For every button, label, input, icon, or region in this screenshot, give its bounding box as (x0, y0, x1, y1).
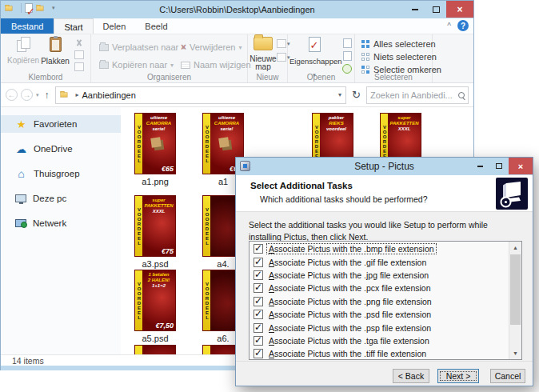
scrollbar[interactable]: ▲ ▼ (509, 242, 521, 359)
select-all-button[interactable]: Alles selecteren (361, 39, 436, 49)
checkbox-checked[interactable] (254, 310, 263, 319)
open-icon[interactable] (343, 38, 352, 48)
rename-icon (181, 62, 190, 69)
checkbox-checked[interactable] (254, 270, 263, 280)
cancel-button[interactable]: Cancel (490, 369, 525, 383)
file-name[interactable]: a5.psd (127, 334, 183, 343)
edit-icon[interactable] (343, 51, 352, 61)
task-row[interactable]: Associate Pictus with the .pcx file exte… (250, 282, 508, 294)
checkbox-checked[interactable] (254, 283, 263, 293)
paste-shortcut-icon[interactable] (74, 62, 84, 71)
checkbox-checked[interactable] (254, 244, 263, 254)
breadcrumb-folder-name[interactable]: Aanbiedingen (82, 90, 136, 100)
voordeel-strip: VOORDEEL (135, 270, 142, 330)
task-row[interactable]: Associate Pictus with the .psp file exte… (250, 321, 508, 334)
box-art (218, 137, 230, 148)
item-count: 14 items (12, 356, 44, 366)
task-row[interactable]: Associate Pictus with the .tiff file ext… (250, 347, 508, 360)
breadcrumb-arrow-icon[interactable]: ▸ (76, 91, 79, 98)
select-none-button[interactable]: Niets selecteren (361, 52, 437, 62)
dialog-minimize-button[interactable] (470, 158, 489, 174)
up-button[interactable]: ↑ (42, 90, 52, 101)
file-name[interactable]: a3.psd (127, 259, 183, 269)
paste-button[interactable]: Plakken (39, 37, 71, 66)
dialog-header: Select Additional Tasks Which additional… (236, 175, 533, 212)
task-row[interactable]: Associate Pictus with the .bmp file exte… (250, 242, 508, 255)
close-button[interactable]: × (446, 1, 473, 18)
sidebar-item-netwerk[interactable]: Netwerk (1, 214, 121, 232)
group-label: Klembord (1, 73, 90, 82)
minimize-button[interactable] (405, 1, 425, 18)
window-title: C:\Users\Robbin\Desktop\Aanbiedingen (1, 5, 473, 14)
help-icon[interactable]: ? (457, 20, 469, 31)
explorer-titlebar[interactable]: ▾ C:\Users\Robbin\Desktop\Aanbiedingen × (1, 1, 473, 18)
move-to-button[interactable]: Verplaatsen naar ▾ (99, 42, 185, 52)
file-thumbnail[interactable]: VOORDEEL ultiemeCAMORRAserie!€65 (135, 114, 175, 174)
back-button[interactable]: ← (6, 89, 18, 101)
easy-access-icon[interactable] (277, 53, 286, 62)
search-box[interactable] (366, 86, 469, 104)
task-row[interactable]: Associate Pictus with the .gif file exte… (250, 255, 508, 268)
task-row[interactable]: Associate Pictus with the .tga file exte… (250, 334, 508, 347)
voordeel-strip: VOORDEEL (203, 196, 210, 256)
search-icon[interactable] (458, 92, 465, 98)
address-dropdown-icon[interactable]: ▾ (338, 91, 341, 98)
copy-to-icon (99, 62, 109, 69)
tab-delen[interactable]: Delen (94, 18, 136, 34)
sidebar-item-thuisgroep[interactable]: ⌂ Thuisgroep (1, 165, 121, 182)
cut-icon[interactable] (74, 38, 84, 47)
file-thumbnail[interactable]: VOORDEEL superPAKKETTENXXXL€75 (135, 196, 175, 256)
next-button[interactable]: Next > (437, 369, 479, 383)
breadcrumb[interactable]: ▸ Aanbiedingen ▾ (55, 86, 347, 104)
scroll-down-icon[interactable]: ▼ (509, 347, 521, 359)
checkbox-checked[interactable] (254, 336, 263, 346)
dialog-titlebar[interactable]: Setup - Pictus × (236, 158, 533, 175)
task-row[interactable]: Associate Pictus with the .jpg file exte… (250, 269, 508, 282)
sidebar-item-onedrive[interactable]: ☁ OneDrive (1, 140, 121, 158)
task-row[interactable]: Associate Pictus with the .png file exte… (250, 295, 508, 308)
new-folder-button[interactable]: Nieuwe map (249, 37, 277, 71)
delete-button[interactable]: × Verwijderen ▾ (181, 42, 242, 52)
copy-to-button[interactable]: Kopiëren naar ▾ (99, 60, 174, 70)
sidebar-item-favorieten[interactable]: ★ Favorieten (1, 115, 121, 133)
tasks-listbox[interactable]: Associate Pictus with the .bmp file exte… (249, 241, 522, 360)
maximize-button[interactable] (425, 1, 446, 18)
file-thumbnail[interactable]: VOORDEEL 1 betalen2 HALEN!1+1=2€7,50 (135, 270, 175, 330)
dialog-close-button[interactable]: × (509, 158, 533, 174)
voordeel-strip: VOORDEEL (203, 270, 210, 330)
tab-bestand[interactable]: Bestand (1, 18, 54, 34)
properties-icon (309, 37, 321, 52)
back-button[interactable]: < Back (393, 369, 429, 383)
group-label: Organiseren (91, 73, 247, 82)
sidebar-item-deze-pc[interactable]: Deze pc (1, 190, 121, 207)
checkbox-checked[interactable] (254, 323, 263, 333)
network-icon (15, 219, 26, 227)
copy-path-icon[interactable] (74, 50, 84, 59)
checkbox-checked[interactable] (254, 258, 263, 267)
recent-pages-icon[interactable]: ▾ (36, 92, 39, 98)
rename-button[interactable]: Naam wijzigen (181, 60, 251, 70)
cloud-icon: ☁ (15, 144, 27, 154)
checkbox-checked[interactable] (254, 297, 263, 306)
file-thumbnail[interactable]: VOORDEEL (135, 346, 175, 354)
ribbon-collapse-icon[interactable]: ^ (447, 22, 451, 30)
dialog-footer: < Back Next > Cancel (236, 361, 533, 386)
minimize-icon (477, 166, 483, 167)
tab-beeld[interactable]: Beeld (135, 18, 177, 34)
task-row[interactable]: Associate Pictus with the .psd file exte… (250, 308, 508, 321)
new-item-icon[interactable] (277, 39, 286, 48)
tab-start[interactable]: Start (54, 18, 93, 34)
scroll-up-icon[interactable]: ▲ (509, 242, 521, 254)
search-input[interactable] (370, 90, 458, 100)
checkbox-checked[interactable] (254, 349, 263, 358)
select-all-icon (361, 40, 369, 48)
dialog-subheading: Which additional tasks should be perform… (260, 194, 428, 204)
refresh-icon[interactable]: ↻ (349, 89, 363, 101)
group-label: Selecteren (355, 73, 432, 82)
file-name[interactable]: a1.png (127, 177, 183, 186)
forward-button[interactable]: → (21, 89, 33, 101)
copy-icon (17, 37, 30, 51)
scrollbar-thumb[interactable] (510, 254, 521, 325)
dialog-maximize-button[interactable] (489, 158, 509, 174)
copy-button[interactable]: Kopiëren (7, 37, 39, 65)
